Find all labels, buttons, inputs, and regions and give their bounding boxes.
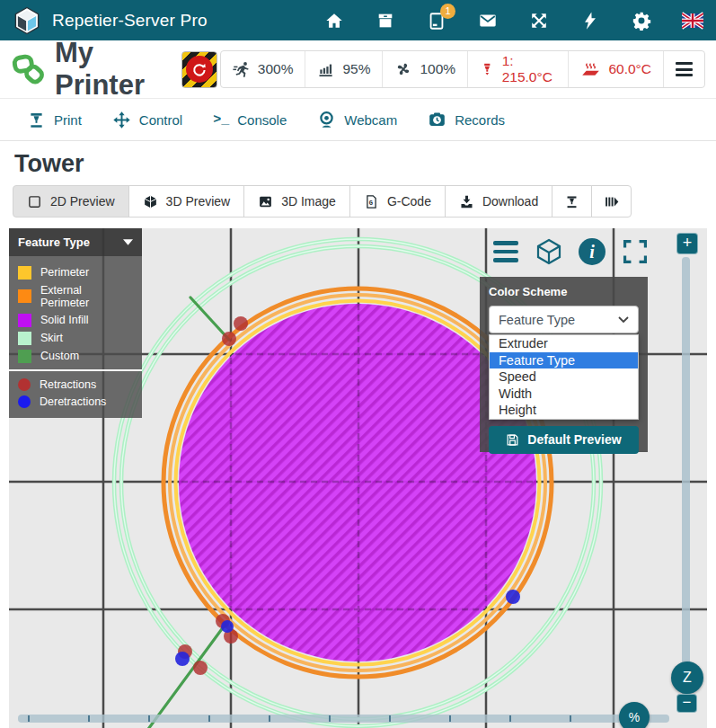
color-scheme-panel: Color Scheme Feature Type Extruder Featu… xyxy=(480,277,648,452)
print-nozzle-icon xyxy=(27,111,46,129)
printer-notifications-icon[interactable]: 1 xyxy=(426,10,447,31)
tab-control[interactable]: Control xyxy=(100,99,195,140)
extruder-temp-stat[interactable]: 1: 215.0°C xyxy=(467,51,568,87)
speed-stat[interactable]: 300% xyxy=(221,51,305,87)
layer-down-button[interactable]: − xyxy=(676,694,697,713)
print-nozzle-icon xyxy=(564,194,579,209)
view-button-label: Download xyxy=(482,194,538,209)
color-swatch xyxy=(18,289,31,303)
flow-icon xyxy=(317,60,335,78)
mail-icon[interactable] xyxy=(477,10,499,31)
canvas-menu-button[interactable] xyxy=(491,237,520,266)
legend-title: Feature Type xyxy=(18,235,90,249)
fan-stat[interactable]: 100% xyxy=(382,51,467,87)
legend-item: External Perimeter xyxy=(9,281,142,311)
option-height[interactable]: Height xyxy=(490,402,638,419)
legend-item-label: Custom xyxy=(40,350,79,362)
color-scheme-option-list: Extruder Feature Type Speed Width Height xyxy=(489,334,639,420)
z-slider-handle[interactable]: Z xyxy=(671,661,703,694)
svg-text:G: G xyxy=(369,200,373,207)
gcode-file-icon: G xyxy=(364,194,379,209)
extruder-temp-value: 1: 215.0°C xyxy=(502,53,557,85)
notification-badge: 1 xyxy=(440,4,455,19)
flow-value: 95% xyxy=(342,61,370,77)
feature-legend: Feature Type Perimeter External Perimete… xyxy=(9,228,142,418)
view-gcode-button[interactable]: G G-Code xyxy=(349,185,446,218)
printer-menu-button[interactable] xyxy=(663,51,704,87)
records-camera-icon xyxy=(428,111,446,129)
color-scheme-select[interactable]: Feature Type xyxy=(489,306,639,333)
view-button-label: 3D Preview xyxy=(166,194,231,209)
image-icon xyxy=(258,194,273,209)
checkbox-square-icon xyxy=(27,194,42,209)
view-3d-image-button[interactable]: 3D Image xyxy=(243,185,350,218)
save-floppy-icon xyxy=(506,433,519,447)
bed-temp-value: 60.0°C xyxy=(608,61,651,77)
printer-tab-bar: Print Control >_ Console Webcam Records xyxy=(0,99,716,141)
hamburger-icon xyxy=(676,62,693,76)
option-width[interactable]: Width xyxy=(490,386,638,403)
view-3d-preview-button[interactable]: 3D Preview xyxy=(128,185,245,218)
option-speed[interactable]: Speed xyxy=(490,368,638,386)
fan-value: 100% xyxy=(420,61,455,77)
top-navbar: Repetier-Server Pro 1 xyxy=(0,0,716,40)
view-2d-preview-button[interactable]: 2D Preview xyxy=(13,185,129,218)
power-bolt-icon[interactable] xyxy=(579,10,601,31)
tab-label: Console xyxy=(237,112,287,128)
columns-play-icon xyxy=(604,194,619,209)
wireframe-cube-icon xyxy=(535,237,563,266)
tab-console[interactable]: >_ Console xyxy=(200,99,299,140)
move-arrows-icon xyxy=(112,111,131,129)
legend-header[interactable]: Feature Type xyxy=(9,228,142,256)
download-icon xyxy=(459,194,474,209)
printer-name: My Printer xyxy=(55,37,181,102)
settings-gear-icon[interactable] xyxy=(631,10,652,31)
option-feature-type[interactable]: Feature Type xyxy=(490,352,638,369)
printer-stats-bar: 300% 95% 100% xyxy=(220,50,705,88)
bed-temp-stat[interactable]: 60.0°C xyxy=(568,51,663,87)
expand-arrows-icon[interactable] xyxy=(528,10,550,31)
archive-box-icon[interactable] xyxy=(375,10,396,31)
chevron-down-icon xyxy=(618,316,629,324)
flow-stat[interactable]: 95% xyxy=(305,51,382,87)
tab-print[interactable]: Print xyxy=(14,99,94,140)
tab-label: Control xyxy=(139,112,182,128)
printer-connected-link-icon xyxy=(11,50,46,88)
home-icon[interactable] xyxy=(323,10,345,31)
emergency-stop-button[interactable] xyxy=(181,51,217,88)
legend-item-label: External Perimeter xyxy=(40,284,133,309)
deretraction-dot-swatch xyxy=(18,395,31,408)
print-this-file-button[interactable] xyxy=(552,185,592,218)
info-icon: i xyxy=(579,238,606,265)
emergency-stop-icon xyxy=(186,56,213,83)
progress-slider-handle[interactable]: % xyxy=(619,702,650,728)
view-download-button[interactable]: Download xyxy=(445,185,552,218)
tab-label: Records xyxy=(455,112,505,128)
default-preview-button[interactable]: Default Preview xyxy=(489,426,639,454)
print-progress-slider[interactable] xyxy=(18,715,669,723)
legend-item-label: Perimeter xyxy=(40,266,89,279)
canvas-3d-toggle-button[interactable] xyxy=(535,237,563,266)
fan-icon xyxy=(394,60,412,78)
canvas-info-button[interactable]: i xyxy=(578,237,606,266)
gcode-preview-canvas[interactable]: Feature Type Perimeter External Perimete… xyxy=(9,228,707,728)
color-scheme-label: Color Scheme xyxy=(489,285,639,298)
legend-item-label: Deretractions xyxy=(40,395,106,408)
tab-label: Print xyxy=(54,112,82,128)
queue-play-button[interactable] xyxy=(591,185,632,218)
tab-webcam[interactable]: Webcam xyxy=(305,99,410,140)
layer-up-button[interactable]: + xyxy=(676,233,698,254)
color-swatch xyxy=(18,332,31,345)
speed-value: 300% xyxy=(258,61,294,77)
color-swatch xyxy=(18,266,31,280)
selected-option: Feature Type xyxy=(499,313,575,327)
tab-records[interactable]: Records xyxy=(415,99,517,140)
webcam-icon xyxy=(317,111,336,129)
legend-item-label: Skirt xyxy=(40,332,63,344)
option-extruder[interactable]: Extruder xyxy=(490,335,638,352)
legend-marker-item: Deretractions xyxy=(9,393,142,410)
legend-marker-item: Retractions xyxy=(9,376,142,393)
z-layer-slider[interactable] xyxy=(682,257,690,705)
canvas-fullscreen-button[interactable] xyxy=(621,237,650,266)
language-flag-icon[interactable] xyxy=(682,10,703,31)
